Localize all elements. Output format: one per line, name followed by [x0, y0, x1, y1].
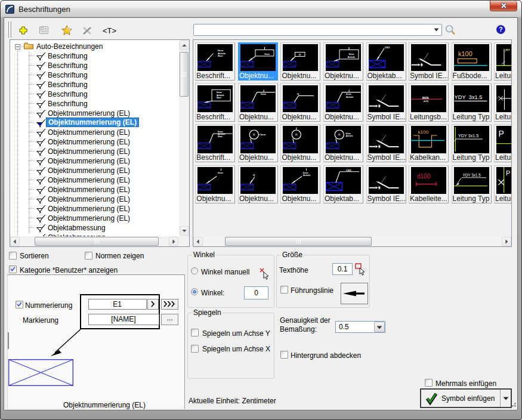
svg-text:Itera: Itera — [264, 52, 270, 55]
svg-text:k100: k100 — [418, 129, 429, 135]
svg-text:?: ? — [499, 26, 502, 33]
svg-text:Itera: Itera — [260, 133, 265, 136]
svg-text:Stor: Stor — [218, 135, 223, 138]
svg-text:Itera: Itera — [261, 92, 266, 95]
svg-text:I1: I1 — [299, 53, 301, 56]
svg-text:Stor: Stor — [218, 54, 223, 57]
svg-text:1353: 1353 — [384, 46, 390, 49]
svg-text:Stor: Stor — [217, 96, 222, 99]
svg-text:I1: I1 — [253, 134, 255, 137]
svg-text:YDY 3x1.5: YDY 3x1.5 — [462, 173, 481, 177]
svg-text:I1: I1 — [338, 134, 341, 137]
svg-text:EHY8: EHY8 — [422, 95, 429, 98]
svg-text:I1: I1 — [297, 92, 299, 95]
svg-text:k100: k100 — [458, 50, 472, 57]
svg-text:d100: d100 — [417, 172, 431, 179]
svg-text:I1: I1 — [253, 174, 255, 177]
svg-text:Itera: Itera — [218, 171, 223, 174]
svg-text:P: P — [499, 129, 504, 138]
svg-text:Article: Article — [348, 55, 356, 58]
svg-text:I1: I1 — [295, 134, 298, 137]
svg-text:2x15: 2x15 — [424, 100, 428, 102]
svg-text:Article: Article — [303, 174, 311, 177]
svg-text:Article: Article — [346, 95, 354, 98]
svg-text:Article: Article — [346, 134, 354, 137]
svg-text:YDY 3x1.5: YDY 3x1.5 — [454, 94, 482, 100]
svg-text:P: P — [506, 169, 510, 177]
svg-text:YDY 3x1.5: YDY 3x1.5 — [458, 133, 478, 138]
svg-text:1353: 1353 — [346, 168, 351, 171]
